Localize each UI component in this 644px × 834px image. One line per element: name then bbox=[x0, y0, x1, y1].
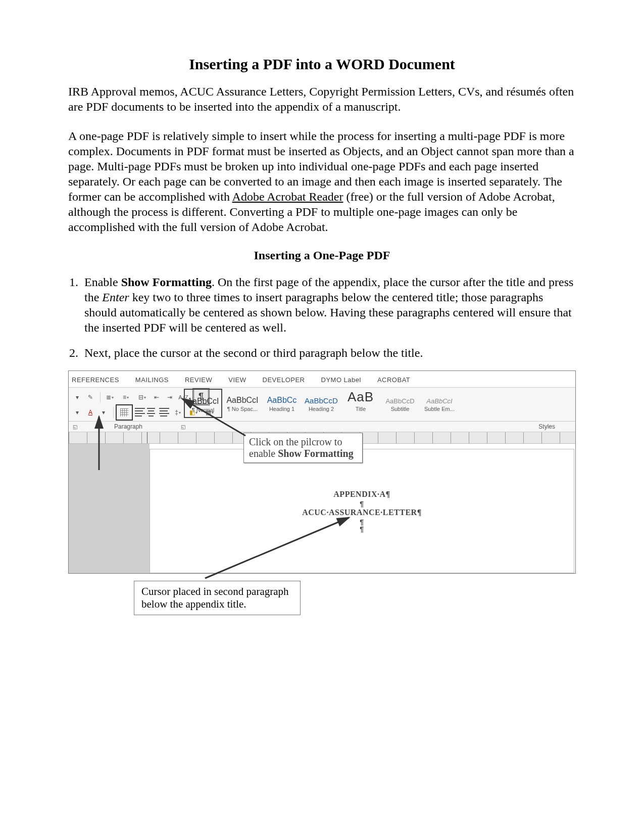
callout-pilcrow: Click on the pilcrow to enable Show Form… bbox=[243, 433, 363, 463]
show-formatting-term: Show Formatting bbox=[121, 275, 212, 289]
acrobat-reader-link[interactable]: Adobe Acrobat Reader bbox=[232, 190, 343, 203]
tab-references[interactable]: REFERENCES bbox=[72, 376, 119, 384]
dropdown2-icon[interactable]: ▾ bbox=[72, 407, 83, 418]
group-labels: ◱ Paragraph ◱ Styles bbox=[69, 422, 575, 432]
borders-button[interactable] bbox=[116, 404, 133, 421]
document-area[interactable]: APPENDIX·A¶ ¶ ACUC·ASSURANCE·LETTER¶ ¶ ¶ bbox=[69, 444, 575, 573]
style--normal[interactable]: AaBbCcI¶ Normal bbox=[184, 389, 222, 418]
tab-dymo[interactable]: DYMO Label bbox=[321, 376, 361, 384]
style-subtitle[interactable]: AaBbCcDSubtitle bbox=[381, 389, 419, 417]
ribbon-tabs: REFERENCES MAILINGS REVIEW VIEW DEVELOPE… bbox=[69, 371, 575, 388]
document-page-sheet: APPENDIX·A¶ ¶ ACUC·ASSURANCE·LETTER¶ ¶ ¶ bbox=[150, 449, 574, 573]
decrease-indent-icon[interactable]: ⇤ bbox=[151, 392, 162, 403]
format-painter-icon[interactable]: ✎ bbox=[85, 392, 96, 403]
dropdown3-icon[interactable]: ▾ bbox=[98, 407, 109, 418]
doc-line-3: ACUC·ASSURANCE·LETTER¶ bbox=[150, 508, 574, 517]
step-2: Next, place the cursor at the second or … bbox=[81, 345, 576, 360]
tab-developer[interactable]: DEVELOPER bbox=[263, 376, 305, 384]
tab-acrobat[interactable]: ACROBAT bbox=[377, 376, 410, 384]
word-screenshot: REFERENCES MAILINGS REVIEW VIEW DEVELOPE… bbox=[68, 370, 576, 574]
style-title[interactable]: AaBTitle bbox=[341, 389, 380, 417]
below-callout-area: Cursor placed in second paragraph below … bbox=[68, 578, 576, 623]
ribbon-tools: ▾ ✎ ≣ ≡ ⊟ ⇤ ⇥ A↓Z ¶ ▾ A ▾ ‡ bbox=[69, 388, 575, 422]
increase-indent-icon[interactable]: ⇥ bbox=[164, 392, 175, 403]
style-subtle-em-[interactable]: AaBbCcISubtle Em... bbox=[420, 389, 459, 417]
tab-review[interactable]: REVIEW bbox=[185, 376, 212, 384]
intro-paragraph: IRB Approval memos, ACUC Assurance Lette… bbox=[68, 84, 576, 114]
bullets-icon[interactable]: ≣ bbox=[103, 392, 117, 403]
clipboard-expand-icon[interactable]: ◱ bbox=[73, 424, 77, 430]
align-right-icon[interactable] bbox=[159, 408, 169, 417]
callout-cursor: Cursor placed in second paragraph below … bbox=[134, 581, 301, 615]
align-left-icon[interactable] bbox=[135, 408, 145, 417]
numbering-icon[interactable]: ≡ bbox=[119, 392, 133, 403]
steps-list: Enable Show Formatting. On the first pag… bbox=[68, 274, 576, 360]
paragraph-group-label: Paragraph bbox=[114, 423, 142, 430]
style-heading-2[interactable]: AaBbCcDHeading 2 bbox=[302, 389, 340, 417]
multilevel-icon[interactable]: ⊟ bbox=[135, 392, 149, 403]
styles-group-label: Styles bbox=[538, 423, 555, 430]
align-center-icon[interactable] bbox=[147, 408, 157, 417]
ruler-margin-icon bbox=[147, 432, 147, 443]
document-page: Inserting a PDF into a WORD Document IRB… bbox=[0, 0, 644, 834]
tab-view[interactable]: VIEW bbox=[228, 376, 246, 384]
style-heading-1[interactable]: AaBbCcHeading 1 bbox=[263, 389, 301, 417]
styles-gallery: AaBbCcI¶ NormalAaBbCcI¶ No Spac...AaBbCc… bbox=[184, 389, 575, 419]
paragraph-expand-icon[interactable]: ◱ bbox=[181, 424, 185, 430]
style--no-spac-[interactable]: AaBbCcI¶ No Spac... bbox=[223, 389, 262, 417]
doc-line-2: ¶ bbox=[150, 500, 574, 508]
detail-paragraph: A one-page PDF is relatively simple to i… bbox=[68, 128, 576, 235]
tab-mailings[interactable]: MAILINGS bbox=[135, 376, 169, 384]
line-spacing-icon[interactable]: ‡ bbox=[171, 407, 184, 418]
dropdown-icon[interactable]: ▾ bbox=[72, 392, 83, 403]
doc-line-5: ¶ bbox=[150, 525, 574, 533]
font-color-icon[interactable]: A bbox=[85, 407, 96, 418]
section-heading: Inserting a One-Page PDF bbox=[68, 249, 576, 262]
enter-key-term: Enter bbox=[102, 291, 129, 304]
step-1: Enable Show Formatting. On the first pag… bbox=[81, 274, 576, 335]
page-title: Inserting a PDF into a WORD Document bbox=[68, 56, 576, 73]
doc-line-1: APPENDIX·A¶ bbox=[150, 490, 574, 499]
